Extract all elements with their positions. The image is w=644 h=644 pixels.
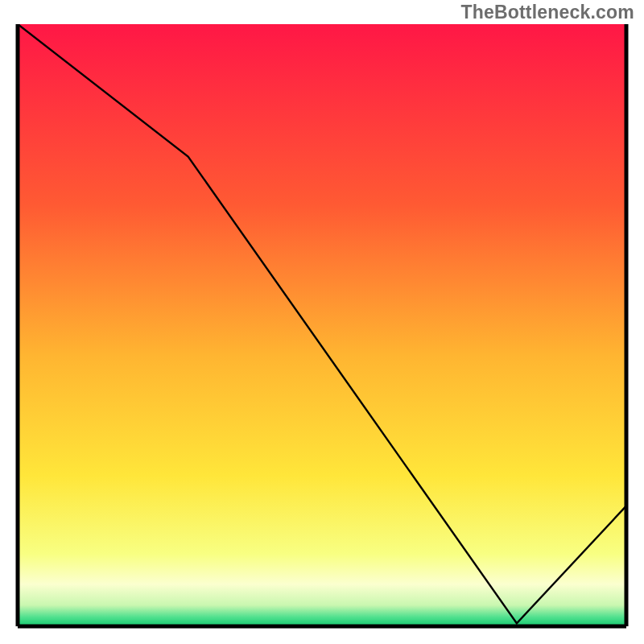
watermark-text: TheBottleneck.com [460,2,634,23]
bottleneck-chart [0,0,644,644]
chart-container: TheBottleneck.com [0,0,644,644]
gradient-background [18,24,626,626]
